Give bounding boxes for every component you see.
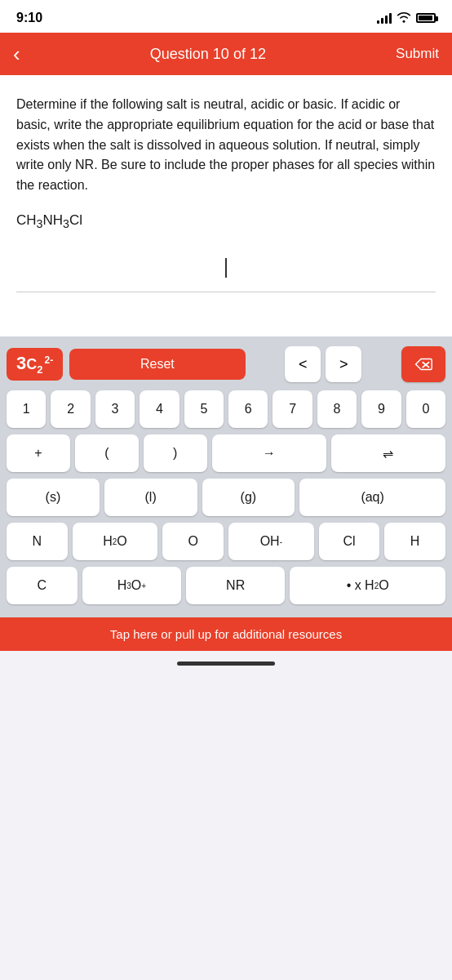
symbols-row: + ( ) → ⇌ — [7, 434, 445, 472]
answer-input[interactable] — [16, 243, 436, 292]
back-button[interactable]: ‹ — [13, 40, 27, 68]
key-9[interactable]: 9 — [361, 390, 401, 428]
key-4[interactable]: 4 — [140, 390, 179, 428]
keyboard-top-row: 3C22- Reset < > — [7, 346, 445, 382]
formula-display: CH3NH3Cl — [16, 212, 436, 230]
key-H2O[interactable]: H2O — [73, 523, 158, 560]
key-liquid[interactable]: (l) — [104, 479, 197, 516]
phase-row: (s) (l) (g) (aq) — [7, 479, 445, 516]
key-O[interactable]: O — [162, 523, 224, 560]
key-xH2O[interactable]: • x H2O — [290, 567, 445, 604]
key-gas[interactable]: (g) — [202, 479, 295, 516]
keyboard-section: 3C22- Reset < > 1 2 3 4 5 6 7 8 9 0 + ( — [0, 336, 452, 617]
home-indicator — [0, 651, 452, 675]
nav-right-button[interactable]: > — [326, 346, 361, 382]
elements-row: N H2O O OH- Cl H — [7, 523, 445, 560]
key-1[interactable]: 1 — [7, 390, 46, 428]
key-6[interactable]: 6 — [228, 390, 268, 428]
header: ‹ Question 10 of 12 Submit — [0, 33, 452, 75]
question-area: Determine if the following salt is neutr… — [0, 75, 452, 336]
key-H[interactable]: H — [384, 523, 445, 560]
key-H3O+[interactable]: H3O+ — [82, 567, 181, 604]
question-text: Determine if the following salt is neutr… — [16, 95, 436, 196]
resources-label: Tap here or pull up for additional resou… — [110, 627, 342, 641]
bottom-elements-row: C H3O+ NR • x H2O — [7, 567, 445, 604]
signal-icon — [377, 12, 392, 24]
key-7[interactable]: 7 — [273, 390, 312, 428]
key-N[interactable]: N — [7, 523, 68, 560]
question-progress: Question 10 of 12 — [27, 46, 389, 63]
key-3[interactable]: 3 — [95, 390, 135, 428]
key-Cl[interactable]: Cl — [319, 523, 380, 560]
key-close-paren[interactable]: ) — [144, 434, 207, 472]
delete-button[interactable] — [401, 346, 445, 382]
key-plus[interactable]: + — [7, 434, 70, 472]
key-C[interactable]: C — [7, 567, 78, 604]
number-row: 1 2 3 4 5 6 7 8 9 0 — [7, 390, 445, 428]
key-aqueous[interactable]: (aq) — [299, 479, 445, 516]
home-bar — [177, 662, 275, 666]
submit-button[interactable]: Submit — [389, 42, 439, 65]
key-5[interactable]: 5 — [184, 390, 224, 428]
key-solid[interactable]: (s) — [7, 479, 100, 516]
cursor — [225, 258, 227, 278]
battery-icon — [416, 13, 436, 23]
key-8[interactable]: 8 — [317, 390, 357, 428]
key-2[interactable]: 2 — [51, 390, 90, 428]
key-0[interactable]: 0 — [406, 390, 445, 428]
key-open-paren[interactable]: ( — [75, 434, 139, 472]
nav-group: < > — [252, 346, 395, 382]
key-equilibrium[interactable]: ⇌ — [331, 434, 445, 472]
reset-button[interactable]: Reset — [69, 349, 245, 380]
key-OH-[interactable]: OH- — [228, 523, 314, 560]
resources-bar[interactable]: Tap here or pull up for additional resou… — [0, 617, 452, 651]
nav-left-button[interactable]: < — [285, 346, 321, 382]
symbol-badge: 3C22- — [7, 348, 63, 381]
key-arrow[interactable]: → — [212, 434, 326, 472]
key-NR[interactable]: NR — [186, 567, 285, 604]
wifi-icon — [397, 11, 411, 25]
status-bar: 9:10 — [0, 0, 452, 33]
symbol-badge-label: 3C22- — [16, 353, 53, 376]
status-icons — [377, 11, 436, 25]
status-time: 9:10 — [16, 11, 42, 25]
